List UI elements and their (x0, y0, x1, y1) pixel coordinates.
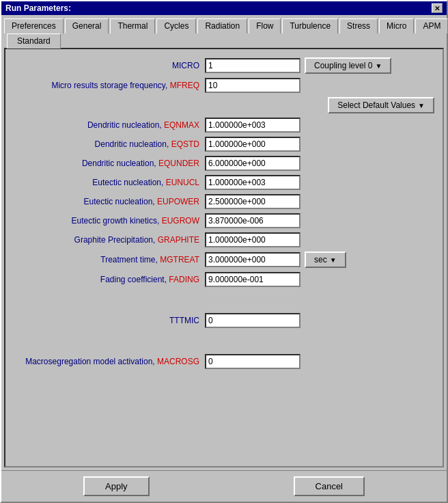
coupling-arrow-icon: ▼ (375, 62, 382, 70)
eqnmax-row: Dendritic nucleation, EQNMAX (14, 118, 434, 133)
eunucl-name: EUNUCL (166, 178, 199, 187)
close-button[interactable]: ✕ (432, 3, 443, 13)
coupling-button[interactable]: Coupling level 0 ▼ (305, 57, 391, 74)
eugrow-label-cell: Eutectic growth kinetics, EUGROW (14, 216, 205, 226)
eugrow-label: Eutectic growth kinetics, (72, 216, 160, 226)
eugrow-input[interactable] (205, 213, 300, 228)
eqnmax-input[interactable] (205, 118, 300, 133)
equnder-label-cell: Dendritic nucleation, EQUNDER (14, 159, 205, 168)
graphite-name: GRAPHITE (158, 235, 199, 245)
macrosg-label-cell: Macrosegregation model activation, MACRO… (14, 357, 205, 366)
eupower-label-cell: Eutectic nucleation, EUPOWER (14, 197, 205, 206)
apply-button[interactable]: Apply (83, 476, 150, 496)
mfreq-row: Micro results storage frequency, MFREQ (14, 78, 434, 93)
macrosg-label: Macrosegregation model activation, (25, 357, 154, 366)
micro-label: MICRO (14, 61, 205, 70)
mgtreat-input[interactable] (205, 252, 300, 267)
eupower-input[interactable] (205, 194, 300, 209)
main-window: Run Parameters: ✕ Preferences General Th… (0, 0, 448, 503)
eupower-row: Eutectic nucleation, EUPOWER (14, 194, 434, 209)
eqnmax-label: Dendritic nucleation, (87, 120, 162, 130)
sub-tab-bar: Standard (1, 33, 447, 48)
window-title: Run Parameters: (5, 3, 71, 13)
graphite-label-cell: Graphite Precipitation, GRAPHITE (14, 235, 205, 245)
equnder-name: EQUNDER (158, 159, 199, 168)
cancel-button[interactable]: Cancel (294, 476, 365, 496)
eunucl-row: Eutectic nucleation, EUNUCL (14, 175, 434, 190)
spacer3 (14, 332, 434, 343)
graphite-input[interactable] (205, 232, 300, 247)
spacer4 (14, 343, 434, 354)
title-bar: Run Parameters: ✕ (1, 1, 447, 15)
mfreq-label-cell: Micro results storage frequency, MFREQ (14, 81, 205, 90)
eugrow-name: EUGROW (162, 216, 199, 226)
eqstd-row: Dendritic nucleation, EQSTD (14, 137, 434, 152)
mfreq-input[interactable] (205, 78, 300, 93)
eupower-name: EUPOWER (157, 197, 199, 206)
tttmic-input[interactable] (205, 313, 300, 328)
tab-stress[interactable]: Stress (339, 18, 378, 33)
equnder-input[interactable] (205, 156, 300, 171)
tttmic-label-cell: TTTMIC (14, 316, 205, 325)
tab-thermal[interactable]: Thermal (110, 18, 155, 33)
fading-label-cell: Fading coefficient, FADING (14, 275, 205, 284)
fading-name: FADING (169, 275, 199, 284)
eupower-label: Eutectic nucleation, (84, 197, 155, 206)
mgtreat-label: Treatment time, (100, 255, 158, 264)
tab-turbulence[interactable]: Turbulence (282, 18, 338, 33)
equnder-label: Dendritic nucleation, (82, 159, 156, 168)
mgtreat-unit-label: sec (314, 255, 327, 264)
coupling-label: Coupling level 0 (314, 61, 372, 70)
tab-radiation[interactable]: Radiation (197, 18, 247, 33)
eqstd-name: EQSTD (171, 139, 199, 149)
eunucl-label: Eutectic nucleation, (92, 178, 163, 187)
fading-row: Fading coefficient, FADING (14, 272, 434, 287)
mgtreat-unit-arrow-icon: ▼ (330, 256, 337, 264)
equnder-row: Dendritic nucleation, EQUNDER (14, 156, 434, 171)
mgtreat-name: MGTREAT (160, 255, 199, 264)
fading-label: Fading coefficient, (100, 275, 167, 284)
tab-preferences[interactable]: Preferences (4, 18, 64, 33)
mgtreat-unit-button[interactable]: sec ▼ (305, 252, 346, 268)
mgtreat-row: Treatment time, MGTREAT sec ▼ (14, 252, 434, 268)
micro-label-text: MICRO (172, 61, 199, 70)
tab-apm[interactable]: APM (415, 18, 448, 33)
eqnmax-label-cell: Dendritic nucleation, EQNMAX (14, 120, 205, 130)
micro-input[interactable] (205, 58, 300, 73)
mfreq-label-text: Micro results storage frequency, (51, 81, 167, 90)
spacer2 (14, 302, 434, 313)
tab-bar: Preferences General Thermal Cycles Radia… (1, 15, 447, 33)
tab-flow[interactable]: Flow (249, 18, 281, 33)
select-default-arrow-icon: ▼ (418, 102, 425, 109)
tab-cycles[interactable]: Cycles (156, 18, 196, 33)
macrosg-input[interactable] (205, 354, 300, 369)
tab-micro[interactable]: Micro (379, 18, 414, 33)
micro-row: MICRO Coupling level 0 ▼ (14, 57, 434, 74)
eqstd-input[interactable] (205, 137, 300, 152)
mgtreat-label-cell: Treatment time, MGTREAT (14, 255, 205, 264)
tttmic-name: TTTMIC (169, 316, 199, 325)
macrosg-name: MACROSG (157, 357, 199, 366)
fading-input[interactable] (205, 272, 300, 287)
select-default-label: Select Default Values (337, 100, 415, 110)
eunucl-input[interactable] (205, 175, 300, 190)
eqstd-label-cell: Dendritic nucleation, EQSTD (14, 139, 205, 149)
graphite-label: Graphite Precipitation, (74, 235, 156, 245)
eunucl-label-cell: Eutectic nucleation, EUNUCL (14, 178, 205, 187)
select-default-row: Select Default Values ▼ (14, 97, 434, 113)
eugrow-row: Eutectic growth kinetics, EUGROW (14, 213, 434, 228)
sub-tab-standard[interactable]: Standard (7, 33, 61, 49)
bottom-bar: Apply Cancel (1, 470, 447, 502)
graphite-row: Graphite Precipitation, GRAPHITE (14, 232, 434, 247)
select-default-button[interactable]: Select Default Values ▼ (328, 97, 434, 113)
tttmic-row: TTTMIC (14, 313, 434, 328)
eqstd-label: Dendritic nucleation, (95, 139, 169, 149)
mfreq-name-text: MFREQ (170, 81, 199, 90)
macrosg-row: Macrosegregation model activation, MACRO… (14, 354, 434, 369)
content-area: MICRO Coupling level 0 ▼ Micro results s… (4, 48, 444, 467)
eqnmax-name: EQNMAX (164, 120, 199, 130)
spacer1 (14, 291, 434, 302)
tab-general[interactable]: General (65, 18, 109, 33)
